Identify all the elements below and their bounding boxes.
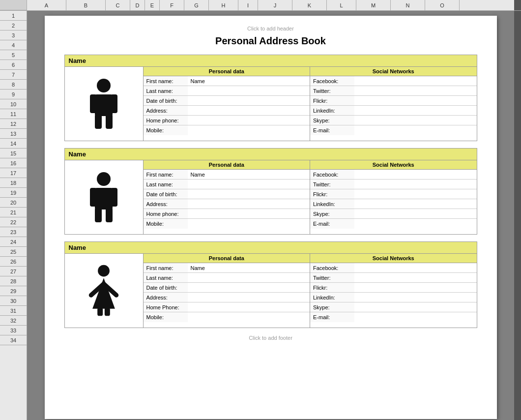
field-label: Last name: (144, 180, 188, 189)
field-value[interactable] (354, 170, 477, 180)
row-24: 24 (0, 237, 27, 247)
page-footer[interactable]: Click to add footer (64, 335, 477, 341)
card-name-3[interactable]: Name (65, 242, 477, 254)
field-value[interactable] (354, 263, 477, 273)
table-row: Facebook: (310, 263, 477, 273)
field-label: Last name: (144, 273, 188, 283)
personal-data-table-3: Personal data First name:NameLast name:D… (144, 254, 311, 328)
field-value[interactable] (188, 106, 310, 116)
field-value[interactable] (188, 116, 310, 125)
page: Click to add header Personal Address Boo… (45, 16, 497, 419)
svg-rect-11 (106, 208, 113, 222)
field-label: Home phone: (144, 209, 188, 219)
field-value[interactable] (188, 199, 310, 209)
male-person-icon (84, 77, 123, 131)
field-value[interactable] (188, 209, 310, 219)
field-value[interactable]: Name (188, 76, 310, 86)
table-row: LinkedIn: (310, 106, 477, 116)
field-label: Facebook: (310, 170, 354, 180)
field-value[interactable] (188, 283, 310, 293)
field-label: Flickr: (310, 283, 354, 293)
field-label: LinkedIn: (310, 293, 354, 302)
field-value[interactable] (354, 219, 477, 229)
field-value[interactable] (188, 86, 310, 96)
field-label: Flickr: (310, 189, 354, 199)
table-row: Skype: (310, 209, 477, 219)
svg-rect-4 (95, 114, 102, 129)
row-4: 4 (0, 40, 27, 50)
field-value[interactable] (354, 180, 477, 189)
field-value[interactable] (188, 273, 310, 283)
table-row: Skype: (310, 116, 477, 125)
social-networks-table-2: Social Networks Facebook:Twitter:Flickr:… (310, 160, 477, 234)
avatar-2 (65, 160, 144, 234)
vertical-scrollbar[interactable] (514, 11, 521, 420)
field-value[interactable]: Name (188, 263, 310, 273)
field-value[interactable] (188, 189, 310, 199)
card-body-1: Personal data First name:NameLast name:D… (65, 67, 477, 141)
field-value[interactable] (354, 209, 477, 219)
row-31: 31 (0, 306, 27, 316)
field-value[interactable] (354, 86, 477, 96)
field-value[interactable] (188, 293, 310, 302)
field-value[interactable]: Name (188, 170, 310, 180)
field-value[interactable] (354, 283, 477, 293)
card-name-1[interactable]: Name (65, 55, 477, 67)
field-value[interactable] (188, 125, 310, 135)
field-label: Date of birth: (144, 283, 188, 293)
field-label: Address: (144, 293, 188, 302)
svg-rect-9 (111, 188, 117, 207)
field-label: Date of birth: (144, 96, 188, 106)
personal-data-header-1: Personal data (144, 67, 310, 76)
row-ruler: 1 2 3 4 5 6 7 8 9 10 11 12 13 14 15 16 1… (0, 11, 27, 420)
field-value[interactable] (354, 302, 477, 312)
field-label: Mobile: (144, 219, 188, 229)
row-17: 17 (0, 168, 27, 178)
col-b: B (66, 0, 106, 10)
contact-card-3: Name (64, 241, 477, 328)
field-label: Skype: (310, 116, 354, 125)
field-value[interactable] (354, 96, 477, 106)
avatar-3 (65, 254, 144, 328)
row-30: 30 (0, 296, 27, 306)
table-row: Skype: (310, 302, 477, 312)
field-label: LinkedIn: (310, 199, 354, 209)
field-value[interactable] (188, 219, 310, 229)
field-label: Address: (144, 106, 188, 116)
table-row: LinkedIn: (310, 199, 477, 209)
field-value[interactable] (188, 302, 310, 312)
field-value[interactable] (354, 312, 477, 322)
row-10: 10 (0, 99, 27, 109)
page-header[interactable]: Click to add header (64, 26, 477, 31)
row-21: 21 (0, 208, 27, 217)
field-label: Mobile: (144, 312, 188, 322)
table-row: Mobile: (144, 219, 310, 229)
card-name-2[interactable]: Name (65, 149, 477, 160)
field-value[interactable] (188, 96, 310, 106)
table-row: First name:Name (144, 170, 310, 180)
svg-rect-8 (90, 188, 97, 207)
table-row: Mobile: (144, 312, 310, 322)
row-16: 16 (0, 158, 27, 168)
field-value[interactable] (354, 189, 477, 199)
svg-point-12 (98, 265, 110, 277)
row-6: 6 (0, 60, 27, 70)
field-label: Home Phone: (144, 302, 188, 312)
col-a: A (27, 0, 66, 10)
field-value[interactable] (354, 76, 477, 86)
personal-data-header-3: Personal data (144, 254, 310, 263)
field-label: Mobile: (144, 125, 188, 135)
table-row: Flickr: (310, 189, 477, 199)
field-value[interactable] (354, 293, 477, 302)
field-value[interactable] (354, 199, 477, 209)
col-j: J (258, 0, 292, 10)
row-29: 29 (0, 286, 27, 296)
table-row: Date of birth: (144, 189, 310, 199)
row-32: 32 (0, 316, 27, 326)
field-value[interactable] (188, 312, 310, 322)
field-value[interactable] (354, 125, 477, 135)
field-value[interactable] (354, 106, 477, 116)
field-value[interactable] (188, 180, 310, 189)
field-value[interactable] (354, 116, 477, 125)
field-value[interactable] (354, 273, 477, 283)
